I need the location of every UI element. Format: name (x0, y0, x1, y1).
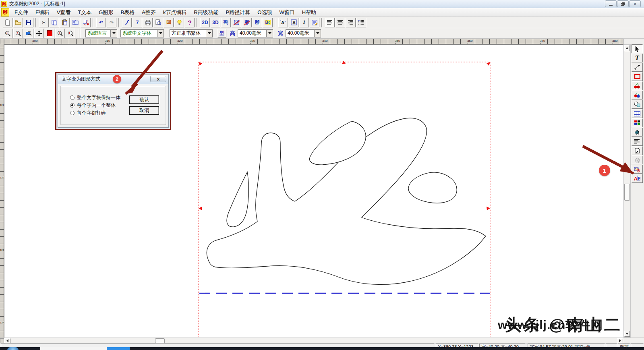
text-to-graphic-tool[interactable] (632, 165, 643, 174)
frame-box-button[interactable]: 回 (164, 18, 174, 27)
ab-kerning-tool[interactable]: AB (632, 174, 643, 183)
cut-button[interactable]: ✂ (39, 18, 49, 27)
radio-option-whole-block[interactable]: 整个文字块保持一体 (70, 94, 120, 101)
start-orb[interactable] (7, 347, 19, 350)
menu-align[interactable]: A整齐 (138, 8, 159, 17)
character-outline[interactable] (207, 118, 486, 284)
language-combo[interactable]: 系统语言 (85, 29, 117, 37)
text-tool[interactable]: T (632, 54, 643, 62)
confirm-button[interactable]: 确认 (129, 95, 159, 104)
scroll-left-button[interactable] (4, 338, 10, 343)
text-attributes-button[interactable]: A (289, 18, 298, 27)
pane-splitter[interactable] (0, 338, 4, 343)
undo-button[interactable]: ↶ (96, 18, 106, 27)
horizontal-scrollbar[interactable] (0, 338, 644, 343)
italic-button[interactable]: I (299, 18, 309, 27)
align-center-button[interactable] (335, 18, 345, 27)
text-seven-button[interactable]: 7 (133, 18, 142, 27)
new-file-button[interactable] (3, 18, 12, 27)
menu-advanced[interactable]: R高级功能 (190, 8, 222, 17)
menu-options[interactable]: O选项 (254, 8, 275, 17)
zoom-out-button[interactable]: x (3, 29, 12, 38)
zoom-in-button[interactable] (55, 29, 65, 38)
curve-library-tool[interactable] (632, 81, 643, 90)
font-class-dropdown-button[interactable] (157, 30, 164, 37)
menu-doc-icon[interactable]: 雕 (1, 8, 9, 17)
menu-path-calc[interactable]: P路径计算 (222, 8, 254, 17)
align-left-button[interactable] (325, 18, 335, 27)
scroll-up-button[interactable] (624, 45, 630, 51)
menu-table[interactable]: B表格 (117, 8, 138, 17)
dialog-close-button[interactable]: x (150, 76, 166, 82)
restore-button[interactable] (617, 0, 629, 7)
shape-zoom-tool[interactable] (632, 100, 643, 109)
edit-notes-button[interactable] (310, 18, 319, 27)
node-edit-tool[interactable] (632, 63, 643, 72)
width-combo[interactable]: 40.00毫米 (286, 29, 321, 37)
horizontal-scroll-thumb[interactable] (155, 338, 165, 343)
taskbar-app[interactable] (40, 347, 107, 350)
menu-edit[interactable]: E编辑 (32, 8, 53, 17)
color-blocks-tool[interactable] (632, 118, 643, 127)
paste-button[interactable] (60, 18, 70, 27)
scroll-down-button[interactable] (624, 331, 630, 337)
paste-special-button[interactable] (70, 18, 80, 27)
zoom-previous-button[interactable]: 2 (13, 29, 23, 38)
print-preview-button[interactable] (153, 18, 163, 27)
3d-mode-button[interactable]: 3D (211, 18, 220, 27)
engrave-off-button[interactable] (232, 18, 241, 27)
select-arrow-tool[interactable] (632, 44, 643, 53)
radio-option-break-apart[interactable]: 每个字都打碎 (70, 110, 106, 116)
minimize-button[interactable] (605, 0, 617, 7)
redo-button[interactable]: ↷ (107, 18, 116, 27)
vertical-scroll-thumb[interactable] (624, 184, 630, 201)
close-button[interactable]: × (629, 0, 641, 7)
height-dropdown-button[interactable] (266, 30, 273, 37)
path-cut-button[interactable]: 割 (221, 18, 231, 27)
2d-mode-button[interactable]: 2D (200, 18, 210, 27)
font-class-combo[interactable]: 系统中文字体 (120, 29, 164, 37)
menu-graphic[interactable]: G图形 (95, 8, 117, 17)
color-swatch-button[interactable] (45, 29, 54, 38)
replace-button[interactable] (81, 18, 91, 27)
zoom-rect-button[interactable] (24, 29, 33, 38)
taskbar-app-active[interactable] (107, 347, 130, 350)
vertical-scrollbar[interactable] (623, 44, 631, 338)
copy-button[interactable] (50, 18, 59, 27)
open-folder-button[interactable] (13, 18, 23, 27)
curve-library-color-tool[interactable] (632, 91, 643, 99)
zoom-page-button[interactable] (66, 29, 75, 38)
color-text-button[interactable]: Bc (263, 18, 273, 27)
rect-tool[interactable] (632, 72, 643, 81)
align-right-button[interactable] (346, 18, 356, 27)
curve-mirror-button[interactable] (122, 18, 132, 27)
engrave-crossed-button[interactable]: 雕 (242, 18, 252, 27)
align-justify-button[interactable] (356, 18, 366, 27)
save-button[interactable] (24, 18, 33, 27)
menu-file[interactable]: F文件 (11, 8, 32, 17)
type-button[interactable]: 型 (217, 29, 226, 38)
cancel-button[interactable]: 取消 (129, 106, 159, 115)
language-dropdown-button[interactable] (110, 30, 117, 37)
print-button[interactable] (143, 18, 153, 27)
pan-button[interactable] (34, 29, 44, 38)
engrave-button[interactable]: 雕 (253, 18, 262, 27)
radio-option-each-char[interactable]: 每个字为一个整体 (70, 102, 116, 109)
font-name-dropdown-button[interactable] (206, 30, 212, 37)
menu-node-edit[interactable]: k节点编辑 (159, 8, 191, 17)
kerning-button[interactable]: A (278, 18, 288, 27)
height-combo[interactable]: 40.00毫米 (238, 29, 273, 37)
hatch-tool[interactable] (632, 155, 643, 164)
width-dropdown-button[interactable] (314, 30, 321, 37)
simulate-bulb-button[interactable] (174, 18, 184, 27)
menu-view[interactable]: V查看 (53, 8, 75, 17)
menu-help[interactable]: H帮助 (298, 8, 320, 17)
fill-bucket-tool[interactable] (632, 128, 643, 137)
menu-window[interactable]: W窗口 (275, 8, 298, 17)
table-tool[interactable] (632, 109, 643, 118)
page-flag-tool[interactable] (632, 146, 643, 155)
text-align-tool[interactable] (632, 137, 643, 146)
font-name-combo[interactable]: 方正隶书繁体 (170, 29, 213, 37)
scroll-right-button[interactable] (617, 338, 623, 343)
menu-text[interactable]: T文本 (74, 8, 95, 17)
